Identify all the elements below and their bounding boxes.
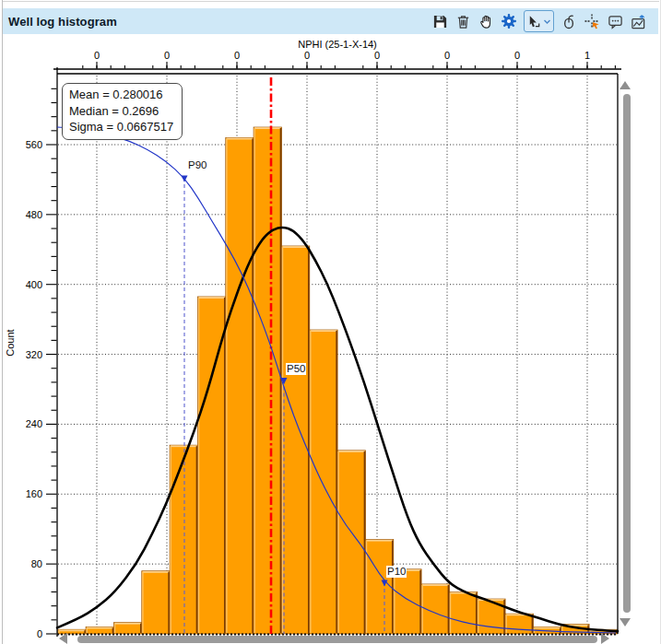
histogram-bar [226,137,254,634]
speech-bubble-icon [608,14,623,29]
x-axis-title: NPHI (25-1-X-14) [298,39,377,50]
y-tick-label: 560 [26,139,42,150]
lasso-select-button[interactable] [561,13,577,29]
x-tick-label: 1 [584,50,590,61]
x-axis-ticks [83,62,616,69]
histogram-bar [310,330,337,634]
horizontal-scrollbar-left-arrow[interactable] [59,633,67,644]
horizontal-scrollbar-right-arrow[interactable] [601,633,609,644]
x-tick-label: 0 [444,50,450,61]
vertical-scrollbar-thumb[interactable] [623,94,631,613]
histogram-bars [58,127,618,634]
y-tick-label: 160 [26,488,42,499]
vertical-scrollbar-down-arrow[interactable] [620,618,631,626]
y-tick-label: 400 [26,279,42,290]
histogram-bar [337,451,365,634]
p10-label: P10 [386,566,407,578]
mouse-icon [561,14,577,29]
well-log-histogram-window: 00000001NPHI (25-1-X-14)0801602403204004… [0,0,661,644]
horizontal-scrollbar-thumb[interactable] [77,636,597,643]
histogram-bar [170,445,197,634]
x-tick-label: 0 [304,50,310,61]
select-mode-button[interactable] [524,10,554,32]
x-tick-label: 0 [374,50,380,61]
export-plot-button[interactable] [630,13,646,29]
y-tick-label: 0 [37,628,42,639]
y-tick-label: 80 [31,558,42,569]
gear-icon [501,13,517,29]
histogram-bar [449,591,477,634]
stats-box: Mean = 0.280016 Median = 0.2696 Sigma = … [62,83,183,140]
x-tick-label: 0 [514,50,520,61]
save-button[interactable] [431,13,448,29]
pan-button[interactable] [478,13,494,29]
y-axis-title: Count [5,329,16,356]
comments-button[interactable] [607,13,623,29]
chart-up-arrow-icon [631,14,646,29]
trash-icon [455,14,471,29]
pick-point-button[interactable] [584,13,600,29]
y-tick-label: 480 [26,209,42,220]
histogram-bar [365,540,393,634]
histogram-bar [197,297,225,634]
y-axis-ticks [46,88,57,634]
window-title: Well log histogram [3,15,117,29]
x-tick-label: 0 [234,50,240,61]
title-bar: Well log histogram [3,8,658,34]
toolbar [431,10,658,32]
y-tick-label: 240 [26,418,42,429]
hand-icon [478,14,494,29]
stat-sigma: Sigma = 0.0667517 [69,119,173,135]
histogram-bar [281,246,309,634]
floppy-disk-icon [432,14,448,29]
p50-label: P50 [286,363,306,375]
histogram-bar [394,569,421,634]
stat-median: Median = 0.2696 [69,103,173,120]
histogram-bar [254,127,281,634]
settings-button[interactable] [501,13,517,29]
y-tick-label: 320 [26,349,42,360]
x-tick-label: 0 [94,50,100,61]
x-tick-label: 0 [164,50,170,61]
crosshair-cursor-icon [584,14,600,29]
histogram-bar [505,614,533,634]
p90-label: P90 [187,159,207,171]
chevron-down-icon [543,18,551,26]
cursor-select-icon [526,14,542,29]
delete-button[interactable] [454,13,471,29]
histogram-bar [142,571,170,634]
vertical-scrollbar-up-arrow[interactable] [620,81,631,89]
stat-mean: Mean = 0.280016 [69,87,173,103]
